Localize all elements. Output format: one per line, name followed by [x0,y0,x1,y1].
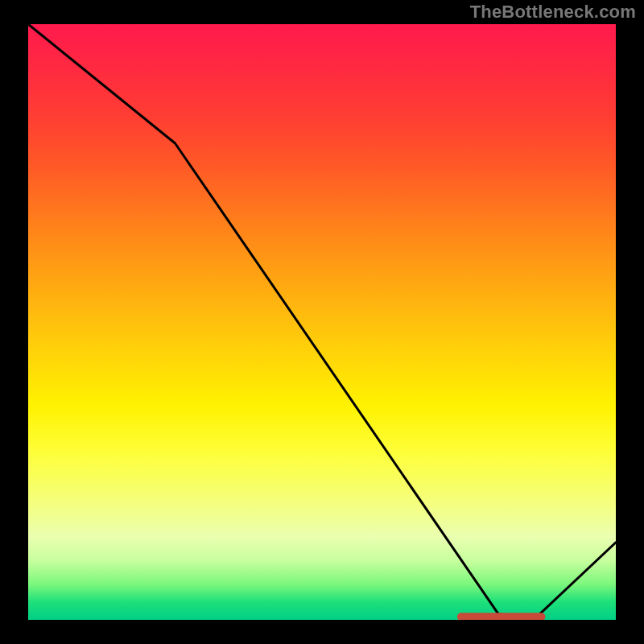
chart-frame: TheBottleneck.com [0,0,644,644]
optimal-range-marker [457,613,546,620]
plot-area [28,24,616,620]
watermark-text: TheBottleneck.com [470,2,636,23]
marker-layer [28,24,616,620]
